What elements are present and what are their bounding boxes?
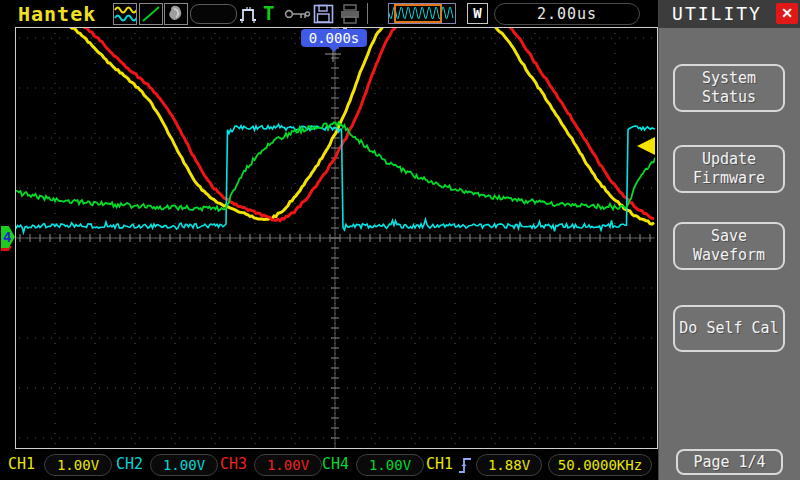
ch3-label: CH3 bbox=[220, 455, 247, 473]
hand-icon bbox=[164, 3, 188, 25]
toolbar-divider bbox=[367, 3, 368, 24]
print-icon bbox=[339, 4, 361, 28]
scope-grid-and-traces bbox=[16, 28, 657, 448]
trigger-source-label: CH1 bbox=[426, 455, 453, 473]
ch4-scale-readout: 1.00V bbox=[356, 454, 424, 476]
menu-title: UTILITY bbox=[659, 3, 775, 24]
do-self-cal-button[interactable]: Do Self Cal bbox=[673, 305, 785, 352]
ch2-scale-readout: 1.00V bbox=[150, 454, 218, 476]
channel-status-bar: CH1 1.00V CH2 1.00V CH3 1.00V CH4 1.00V … bbox=[0, 450, 658, 480]
ch2-label: CH2 bbox=[116, 455, 143, 473]
top-status-bar: Hantek T bbox=[0, 0, 658, 27]
measure-line-icon bbox=[139, 3, 163, 25]
channel-waves-icon bbox=[113, 3, 137, 25]
trigger-pulse-icon bbox=[238, 4, 260, 28]
trigger-level-readout: 1.88V bbox=[476, 454, 542, 476]
waveform-display bbox=[15, 27, 658, 449]
window-mode-icon: W bbox=[467, 3, 488, 24]
timebase-readout: 2.00us bbox=[494, 3, 640, 25]
rising-edge-icon bbox=[458, 454, 473, 480]
ch4-label: CH4 bbox=[322, 455, 349, 473]
ch4-ground-marker[interactable]: 4 bbox=[1, 226, 15, 248]
brand-logo: Hantek bbox=[18, 2, 96, 26]
oscilloscope-screen: { "topbar": { "logo": "Hantek", "timebas… bbox=[0, 0, 800, 480]
close-icon[interactable]: ✕ bbox=[776, 3, 798, 24]
trigger-level-arrow[interactable] bbox=[637, 137, 655, 155]
save-waveform-button[interactable]: Save Waveform bbox=[673, 222, 785, 270]
update-firmware-button[interactable]: Update Firmware bbox=[673, 145, 785, 193]
ch3-scale-readout: 1.00V bbox=[254, 454, 322, 476]
save-floppy-icon bbox=[313, 4, 335, 28]
utility-menu-panel: UTILITY ✕ System Status Update Firmware … bbox=[658, 0, 800, 480]
waveform-preview bbox=[388, 3, 456, 24]
menu-header: UTILITY ✕ bbox=[659, 0, 800, 28]
trigger-status-label: T bbox=[263, 2, 274, 24]
key-lock-icon bbox=[284, 6, 311, 26]
page-indicator-button[interactable]: Page 1/4 bbox=[676, 449, 783, 475]
trigger-time-offset-tag[interactable]: 0.000s bbox=[301, 29, 367, 47]
trigger-frequency-readout: 50.0000KHz bbox=[548, 454, 652, 476]
ch1-label: CH1 bbox=[8, 455, 35, 473]
empty-slot bbox=[190, 4, 237, 24]
ch1-scale-readout: 1.00V bbox=[44, 454, 112, 476]
system-status-button[interactable]: System Status bbox=[673, 64, 785, 112]
